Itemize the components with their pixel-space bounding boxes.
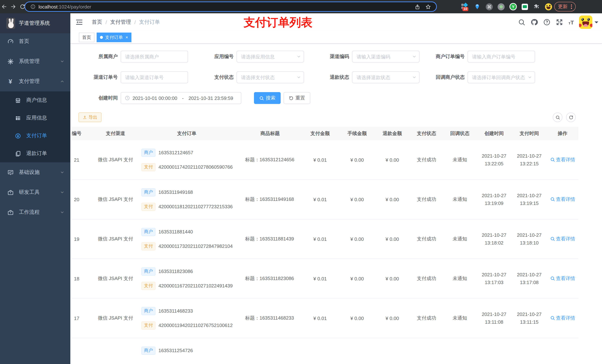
table-row: 18 微信 JSAPI 支付 商户1635311823086 支付4200001…: [71, 259, 578, 299]
table-row: 21 微信 JSAPI 支付 商户1635312124657 支付4200001…: [71, 140, 578, 180]
view-details-link[interactable]: 查看详情: [550, 275, 575, 282]
date-range-input[interactable]: 2021-10-01 00:00:00 - 2021-10-31 23:59:5…: [121, 92, 241, 104]
view-details-link[interactable]: 查看详情: [550, 156, 575, 163]
sidebar-item-首页[interactable]: 首页: [0, 32, 70, 51]
sidebar-item-商户信息[interactable]: 商户信息: [0, 91, 70, 109]
table-header: 编号 支付渠道 支付订单 商品标题 支付金额 手续金额 退款金额 支付状态 回调…: [71, 127, 578, 140]
main-area: 首页 / 支付管理 / 支付订单 支付订单列表: [70, 13, 602, 364]
fullscreen-icon[interactable]: [556, 19, 563, 26]
help-icon[interactable]: [543, 19, 551, 26]
page-annotation-title: 支付订单列表: [244, 15, 312, 30]
orders-table: 编号 支付渠道 支付订单 商品标题 支付金额 手续金额 退款金额 支付状态 回调…: [71, 127, 579, 364]
browser-forward-icon[interactable]: [10, 4, 16, 10]
chevron-down-icon: [60, 210, 64, 215]
filter-item-应用编号: 应用编号: [188, 51, 304, 62]
app-title: 芋道管理系统: [19, 20, 50, 27]
font-size-icon[interactable]: [569, 19, 574, 25]
filter-item-渠道订单号: 渠道订单号: [73, 71, 188, 83]
url-text: localhost:1024/pay/order: [39, 4, 91, 10]
grid-icon: [14, 115, 21, 121]
github-icon[interactable]: [531, 19, 538, 26]
extension-command-icon[interactable]: [486, 3, 493, 10]
chevron-down-icon: [412, 75, 417, 80]
extension-diamond-icon[interactable]: 10: [461, 3, 469, 10]
extensions-strip: 10 Y: [461, 0, 552, 13]
yen-icon: ¥: [7, 78, 14, 85]
sidebar-item-工作流程[interactable]: 工作流程: [0, 203, 70, 222]
filter-item-create-time: 创建时间 2021-10-01 00:00:00 - 2021-10-31 23…: [73, 92, 241, 104]
extension-chat-icon[interactable]: [522, 3, 528, 10]
pay-order-tag: 支付: [141, 321, 155, 329]
extension-emoji-icon[interactable]: [545, 3, 552, 10]
table-row: 20 微信 JSAPI 支付 商户1635311949168 支付4200001…: [71, 180, 578, 219]
view-details-link[interactable]: 查看详情: [550, 196, 575, 203]
table-row: 17 微信 JSAPI 支付 商户1635311468233 支付4200001…: [71, 299, 578, 338]
view-details-link[interactable]: 查看详情: [550, 236, 575, 242]
chevron-down-icon: [527, 75, 532, 80]
sidebar-item-系统管理[interactable]: 系统管理: [0, 52, 70, 71]
briefcase-icon: [7, 209, 14, 216]
sidebar: 芋道管理系统 首页 系统管理 ¥ 支付管理 商户信息 应用信息 支付订单 退款订…: [0, 13, 70, 364]
filter-input[interactable]: [468, 71, 535, 83]
pay-order-tag: 支付: [141, 203, 155, 211]
sidebar-item-退款订单[interactable]: 退款订单: [0, 145, 70, 162]
tab-close-icon[interactable]: ×: [126, 35, 128, 40]
export-button[interactable]: 导出: [78, 113, 101, 122]
pay-order-tag: 支付: [141, 242, 155, 250]
filter-input[interactable]: [236, 71, 304, 83]
sidebar-item-研发工具[interactable]: 研发工具: [0, 183, 70, 202]
merchant-order-tag: 商户: [141, 148, 155, 157]
filter-item-商户订单编号: 商户订单编号: [419, 51, 535, 62]
sidebar-item-基础设施[interactable]: 基础设施: [0, 163, 70, 182]
app-logo-row[interactable]: 芋道管理系统: [0, 13, 70, 33]
merchant-order-tag: 商户: [141, 267, 155, 275]
tab-pay-order[interactable]: 支付订单 ×: [97, 32, 131, 42]
app-logo: [6, 18, 15, 29]
extension-y-icon[interactable]: Y: [509, 3, 517, 10]
clock-icon: [125, 95, 130, 101]
breadcrumb-pay-mgmt[interactable]: 支付管理: [110, 19, 131, 26]
browser-back-icon[interactable]: [1, 4, 7, 10]
filter-item-支付状态: 支付状态: [188, 71, 304, 83]
address-bar[interactable]: localhost:1024/pay/order: [24, 1, 437, 12]
refresh-table-button[interactable]: [566, 113, 576, 122]
sidebar-item-支付管理[interactable]: ¥ 支付管理: [0, 72, 70, 91]
filter-input[interactable]: [121, 71, 188, 83]
yen-circle-icon: [14, 132, 21, 139]
sidebar-item-应用信息[interactable]: 应用信息: [0, 109, 70, 127]
share-icon[interactable]: [415, 4, 420, 10]
chevron-down-icon: [60, 190, 64, 195]
filter-input[interactable]: [468, 51, 535, 62]
bookmark-star-icon[interactable]: [425, 4, 431, 10]
filter-input[interactable]: [236, 51, 304, 62]
filter-input[interactable]: [121, 51, 188, 62]
browser-update-button[interactable]: 更新: [554, 2, 576, 11]
sidebar-fold-icon[interactable]: [75, 19, 83, 26]
merchant-order-tag: 商户: [141, 228, 155, 236]
sidebar-item-支付订单[interactable]: 支付订单: [0, 127, 70, 145]
filter-item-所属商户: 所属商户: [73, 51, 188, 62]
user-avatar[interactable]: [579, 16, 592, 29]
gear-icon: [7, 58, 14, 65]
header-search-icon[interactable]: [518, 19, 526, 26]
tags-view-bar: 首页 支付订单 ×: [70, 31, 602, 44]
browser-menu-icon[interactable]: [571, 5, 572, 9]
filter-input[interactable]: [352, 51, 419, 62]
user-menu-caret-icon[interactable]: [595, 21, 598, 25]
filter-input[interactable]: [352, 71, 419, 83]
view-details-link[interactable]: 查看详情: [550, 315, 575, 322]
chevron-up-icon: [60, 79, 64, 83]
site-info-icon[interactable]: [30, 4, 35, 9]
chevron-down-icon: [412, 54, 417, 59]
app-header: 首页 / 支付管理 / 支付订单 支付订单列表: [70, 13, 602, 31]
search-button[interactable]: 搜索: [254, 92, 281, 104]
extension-balloon-icon[interactable]: [473, 3, 481, 10]
extension-record-icon[interactable]: [498, 3, 505, 10]
breadcrumb-home[interactable]: 首页: [92, 19, 102, 26]
extension-badge: 10: [462, 7, 468, 11]
toggle-search-button[interactable]: [553, 113, 562, 122]
reset-button[interactable]: 重置: [284, 92, 310, 104]
pay-order-tag: 支付: [141, 282, 155, 290]
tab-home[interactable]: 首页: [79, 32, 94, 42]
extensions-puzzle-icon[interactable]: [533, 3, 540, 10]
